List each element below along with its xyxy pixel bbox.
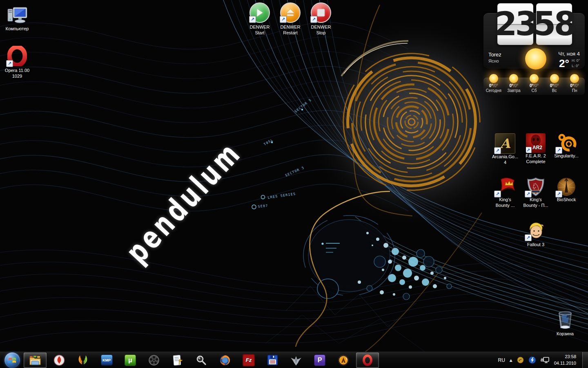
fallout3-vaultboy-icon: ↗ bbox=[526, 221, 546, 240]
taskbar-button-wings-app[interactable] bbox=[72, 353, 94, 368]
icon-label: 4 bbox=[488, 159, 522, 165]
fear2-text: AR2 bbox=[532, 145, 542, 150]
p-app-icon: P bbox=[314, 355, 325, 366]
sun-icon bbox=[530, 74, 539, 83]
clock-weather-gadget[interactable]: 23 58 Torez Ясно Чт, ноя 4 2° H: 0° L: bbox=[483, 3, 586, 45]
sun-icon bbox=[509, 74, 518, 83]
sun-icon bbox=[550, 74, 559, 83]
kmplayer-icon: KMP bbox=[101, 355, 113, 366]
singularity-icon: ↗ bbox=[557, 133, 576, 153]
flip-card-hours: 23 bbox=[497, 3, 533, 45]
desktop-icon-computer[interactable]: Компьютер bbox=[0, 6, 34, 31]
desktop-icon-fear2[interactable]: AR2 ↗ F.E.A.R. 2 Complete bbox=[519, 133, 553, 165]
shortcut-arrow-icon: ↗ bbox=[310, 16, 317, 23]
sun-icon bbox=[570, 74, 579, 83]
sun-icon bbox=[525, 48, 546, 70]
floppy-disk-icon bbox=[267, 355, 278, 366]
icon-label: F.E.A.R. 2 bbox=[519, 153, 553, 159]
desktop-icon-kings-bounty-1[interactable]: ↗ King's Bounty ... bbox=[488, 177, 522, 209]
recycle-bin-icon bbox=[557, 310, 574, 330]
denwer-start-icon: ↗ bbox=[249, 2, 270, 23]
arcania-letter: A bbox=[500, 136, 510, 151]
forecast-day: 0°/0° Завтра bbox=[504, 78, 524, 95]
taskbar-button-kmplayer[interactable]: KMP bbox=[96, 353, 118, 368]
taskbar-button-media-player[interactable] bbox=[143, 353, 165, 368]
tray-date: 04.11.2010 bbox=[554, 360, 576, 366]
show-desktop-button[interactable] bbox=[582, 352, 588, 368]
desktop-icon-kings-bounty-2[interactable]: ♘ ↗ King's Bounty - П... bbox=[519, 177, 553, 209]
kings-bounty-flag-icon: ↗ bbox=[495, 177, 515, 197]
arcania-icon: A ↗ bbox=[495, 133, 515, 154]
icon-label: 1029 bbox=[0, 73, 34, 79]
icon-label: Restart bbox=[273, 30, 307, 36]
icon-label: Bounty ... bbox=[488, 202, 522, 208]
utorrent-icon: µ bbox=[125, 355, 136, 366]
computer-icon bbox=[7, 6, 28, 25]
taskbar-button-p-app[interactable]: P bbox=[309, 353, 331, 368]
tray-lightning-icon[interactable] bbox=[528, 356, 536, 364]
shortcut-arrow-icon: ↗ bbox=[555, 147, 562, 154]
weather-forecast-bar[interactable]: 0°/0° Сегодня 0°/0° Завтра 0°/0° Сб 0°/0… bbox=[483, 78, 585, 95]
taskbar-button-notes[interactable] bbox=[167, 353, 189, 368]
desktop-icon-bioshock[interactable]: ↗ BioShock bbox=[549, 177, 584, 202]
forecast-day: 0°/0° Сегодня bbox=[483, 78, 504, 95]
taskbar-button-search[interactable] bbox=[190, 353, 212, 368]
taskbar-button-download-master[interactable] bbox=[48, 353, 70, 368]
opera-taskbar-icon bbox=[362, 355, 373, 366]
tray-clock[interactable]: 23:58 04.11.2010 bbox=[554, 354, 576, 366]
show-hidden-icons-button[interactable]: ▲ bbox=[510, 358, 512, 362]
desktop-icon-fallout3[interactable]: ↗ Fallout 3 bbox=[519, 221, 553, 247]
tray-time: 23:58 bbox=[554, 354, 576, 360]
icon-label: Opera 11.00 bbox=[0, 67, 34, 73]
denwer-stop-icon: ↗ bbox=[311, 2, 331, 23]
shortcut-arrow-icon: ↗ bbox=[494, 147, 501, 154]
network-tray-icon[interactable] bbox=[541, 356, 550, 364]
flip-card-minutes: 58 bbox=[536, 3, 572, 45]
desktop-icon-singularity[interactable]: ↗ Singularity... bbox=[549, 133, 584, 159]
explorer-folder-icon bbox=[29, 355, 41, 366]
taskbar-button-opera[interactable] bbox=[356, 352, 379, 368]
high-label: H: bbox=[572, 58, 575, 63]
shortcut-arrow-icon: ↗ bbox=[494, 191, 501, 197]
desktop-icon-denwer-stop[interactable]: ↗ DENWER Stop bbox=[304, 2, 338, 36]
wings-icon bbox=[77, 355, 89, 366]
desktop: SECTOR 5 T05L SECTOR 5 LRES SERIES SE07 … bbox=[0, 0, 588, 368]
icon-label: King's bbox=[488, 197, 522, 202]
taskbar-button-firefox[interactable] bbox=[214, 353, 236, 368]
icon-label: King's bbox=[519, 197, 553, 202]
taskbar-button-aimp[interactable] bbox=[332, 353, 354, 368]
desktop-icon-recycle-bin[interactable]: Корзина bbox=[548, 310, 582, 337]
start-button[interactable] bbox=[2, 353, 22, 368]
icon-label: DENWER bbox=[304, 24, 338, 30]
taskbar-button-eagle-game[interactable] bbox=[285, 353, 307, 368]
taskbar-button-explorer[interactable] bbox=[24, 352, 47, 368]
icon-label: DENWER bbox=[273, 24, 307, 30]
taskbar-button-utorrent[interactable]: µ bbox=[119, 353, 141, 368]
film-reel-icon bbox=[148, 355, 160, 366]
icon-label: Singularity... bbox=[549, 153, 584, 159]
firefox-icon bbox=[219, 355, 231, 366]
taskbar-button-filezilla[interactable]: Fz bbox=[238, 353, 260, 368]
desktop-icon-denwer-restart[interactable]: ↗ DENWER Restart bbox=[273, 2, 307, 36]
desktop-icon-opera[interactable]: ↗ Opera 11.00 1029 bbox=[0, 46, 34, 79]
icon-label: BioShock bbox=[549, 197, 584, 202]
notes-document-icon bbox=[172, 355, 183, 366]
aimp-icon bbox=[338, 355, 349, 366]
desktop-icon-denwer-start[interactable]: ↗ DENWER Start bbox=[243, 2, 277, 36]
icon-label: Arcania.Go... bbox=[488, 154, 522, 159]
sun-icon bbox=[489, 74, 498, 83]
forecast-day: 0°/0° Вс bbox=[544, 78, 565, 95]
low-value: 0° bbox=[576, 64, 579, 68]
shortcut-arrow-icon: ↗ bbox=[6, 60, 13, 67]
taskbar: KMP µ bbox=[0, 352, 588, 368]
filezilla-icon: Fz bbox=[243, 354, 255, 366]
weather-date: Чт, ноя 4 bbox=[558, 51, 580, 57]
desktop-icon-arcania[interactable]: A ↗ Arcania.Go... 4 bbox=[488, 133, 522, 166]
tray-agent-icon[interactable] bbox=[517, 357, 524, 364]
bioshock-icon: ↗ bbox=[557, 177, 576, 197]
weather-location: Torez bbox=[488, 52, 501, 58]
taskbar-button-floppy[interactable] bbox=[261, 353, 283, 368]
forecast-day: 0°/0° Пн bbox=[564, 78, 585, 95]
language-indicator[interactable]: RU bbox=[498, 357, 505, 363]
shortcut-arrow-icon: ↗ bbox=[280, 16, 287, 23]
